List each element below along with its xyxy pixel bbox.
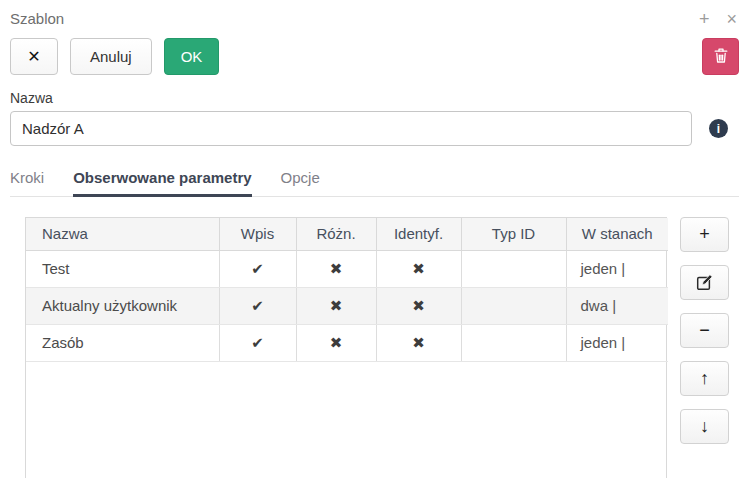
cross-icon: ✖ [296, 250, 376, 287]
delete-button[interactable] [702, 38, 739, 75]
cell-w-stanach: jeden | [566, 250, 668, 287]
trash-icon [713, 47, 729, 67]
tab-bar: Kroki Obserwowane parametry Opcje [10, 169, 739, 197]
close-icon[interactable]: × [726, 10, 737, 28]
check-icon: ✔ [219, 250, 296, 287]
cell-nazwa: Aktualny użytkownik [26, 287, 219, 324]
cross-icon: ✖ [376, 324, 461, 361]
table-row[interactable]: Aktualny użytkownik ✔ ✖ ✖ dwa | [26, 287, 668, 324]
cross-icon: ✖ [296, 324, 376, 361]
cross-icon: ✖ [376, 250, 461, 287]
column-header-identyf: Identyf. [376, 218, 461, 250]
column-header-typ-id: Typ ID [461, 218, 566, 250]
toolbar: ✕ Anuluj OK [10, 38, 739, 75]
cell-w-stanach: jeden | [566, 324, 668, 361]
close-button[interactable]: ✕ [10, 38, 58, 75]
check-icon: ✔ [219, 324, 296, 361]
tab-obserwowane-parametry[interactable]: Obserwowane parametry [73, 169, 251, 196]
name-field-row: i [10, 111, 739, 146]
cell-nazwa: Zasób [26, 324, 219, 361]
maximize-icon[interactable]: + [699, 10, 710, 28]
add-row-button[interactable]: + [680, 217, 729, 252]
table-row[interactable]: Test ✔ ✖ ✖ jeden | [26, 250, 668, 287]
tab-kroki[interactable]: Kroki [10, 169, 44, 196]
remove-row-button[interactable]: − [680, 313, 729, 348]
column-header-wpis: Wpis [219, 218, 296, 250]
move-down-button[interactable]: ↓ [680, 409, 729, 444]
name-label: Nazwa [10, 90, 739, 106]
cross-icon: ✖ [376, 287, 461, 324]
cell-w-stanach: dwa | [566, 287, 668, 324]
move-up-button[interactable]: ↑ [680, 361, 729, 396]
cross-icon: ✖ [296, 287, 376, 324]
edit-pencil-icon [696, 274, 713, 291]
template-dialog: Szablon + × ✕ Anuluj OK Nazwa i [0, 0, 749, 478]
dialog-titlebar: Szablon + × [10, 0, 739, 28]
cell-nazwa: Test [26, 250, 219, 287]
check-icon: ✔ [219, 287, 296, 324]
table-header-row: Nazwa Wpis Różn. Identyf. Typ ID W stana… [26, 218, 668, 250]
row-action-buttons: + − ↑ ↓ [680, 217, 729, 457]
ok-button[interactable]: OK [164, 38, 220, 75]
cell-typ-id [461, 250, 566, 287]
cell-typ-id [461, 324, 566, 361]
parameters-table: Nazwa Wpis Różn. Identyf. Typ ID W stana… [25, 217, 667, 478]
column-header-rozn: Różn. [296, 218, 376, 250]
cell-typ-id [461, 287, 566, 324]
tab-content: Nazwa Wpis Różn. Identyf. Typ ID W stana… [10, 217, 739, 478]
column-header-w-stanach: W stanach [566, 218, 668, 250]
info-icon[interactable]: i [709, 119, 728, 138]
name-input[interactable] [10, 111, 692, 146]
tab-opcje[interactable]: Opcje [281, 169, 320, 196]
table-row[interactable]: Zasób ✔ ✖ ✖ jeden | [26, 324, 668, 361]
cancel-button[interactable]: Anuluj [70, 38, 152, 75]
window-controls: + × [699, 10, 739, 28]
edit-row-button[interactable] [680, 265, 729, 300]
column-header-nazwa: Nazwa [26, 218, 219, 250]
dialog-title: Szablon [10, 10, 64, 27]
